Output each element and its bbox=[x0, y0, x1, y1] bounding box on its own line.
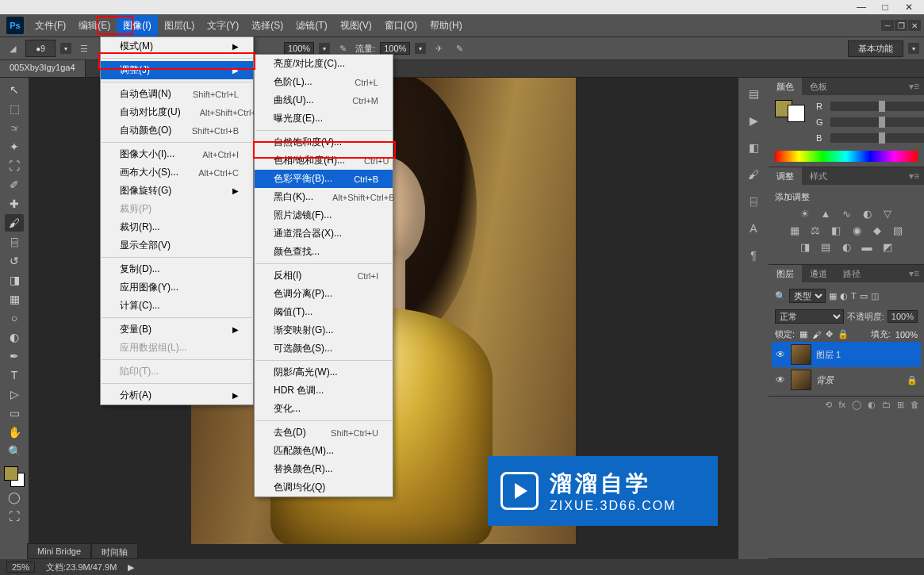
status-arrow-icon[interactable]: ▶ bbox=[128, 562, 134, 573]
adj-posterize-icon[interactable]: ▤ bbox=[819, 241, 833, 253]
menu-layer[interactable]: 图层(L) bbox=[158, 15, 201, 36]
airbrush-icon[interactable]: ✈ bbox=[431, 40, 447, 56]
mi-gradient-map[interactable]: 渐变映射(G)... bbox=[255, 321, 393, 339]
menu-edit[interactable]: 编辑(E) bbox=[72, 15, 117, 36]
adj-exposure-icon[interactable]: ◐ bbox=[860, 208, 874, 220]
panel-menu-icon[interactable]: ▾≡ bbox=[904, 265, 924, 282]
lasso-tool-icon[interactable]: ⟉ bbox=[5, 119, 24, 136]
filter-type-icon[interactable]: T bbox=[851, 291, 857, 301]
g-slider[interactable] bbox=[830, 117, 924, 127]
layers-tab[interactable]: 图层 bbox=[769, 265, 802, 282]
mi-equalize[interactable]: 色调均化(Q) bbox=[255, 478, 393, 496]
new-adjust-icon[interactable]: ◐ bbox=[868, 400, 876, 410]
mi-adjustments[interactable]: 调整(J)▶ bbox=[101, 61, 253, 79]
opacity-value[interactable]: 100% bbox=[284, 42, 314, 55]
adj-channel-icon[interactable]: ◆ bbox=[870, 224, 884, 236]
filter-shape-icon[interactable]: ▭ bbox=[860, 291, 868, 301]
workspace-dd-icon[interactable]: ▾ bbox=[908, 43, 919, 54]
dodge-tool-icon[interactable]: ◐ bbox=[5, 328, 24, 346]
mi-color-balance[interactable]: 色彩平衡(B)...Ctrl+B bbox=[255, 170, 393, 188]
hand-tool-icon[interactable]: ✋ bbox=[5, 424, 24, 441]
menu-select[interactable]: 选择(S) bbox=[245, 15, 289, 36]
brushes-panel-icon[interactable]: 🖌 bbox=[745, 167, 762, 182]
r-slider[interactable] bbox=[830, 102, 924, 111]
zoom-field[interactable]: 25% bbox=[6, 562, 35, 573]
mi-hdr[interactable]: HDR 色调... bbox=[255, 381, 393, 400]
pen-tool-icon[interactable]: ✒ bbox=[5, 347, 24, 365]
menu-type[interactable]: 文字(Y) bbox=[201, 15, 245, 36]
heal-tool-icon[interactable]: ✚ bbox=[5, 195, 24, 213]
filter-pixel-icon[interactable]: ▦ bbox=[829, 291, 837, 301]
layer-thumb[interactable] bbox=[791, 370, 811, 390]
menu-window[interactable]: 窗口(O) bbox=[378, 15, 424, 36]
marquee-tool-icon[interactable]: ⬚ bbox=[5, 100, 24, 117]
panel-menu-icon[interactable]: ▾≡ bbox=[904, 167, 924, 185]
properties-panel-icon[interactable]: ◧ bbox=[745, 140, 762, 155]
mi-curves[interactable]: 曲线(U)...Ctrl+M bbox=[255, 91, 393, 109]
mi-brightness[interactable]: 亮度/对比度(C)... bbox=[255, 55, 393, 73]
brush-panel-icon[interactable]: ☰ bbox=[76, 40, 92, 56]
tool-preset-icon[interactable]: ◢ bbox=[5, 40, 21, 56]
blur-tool-icon[interactable]: ○ bbox=[5, 309, 24, 327]
adj-gradmap-icon[interactable]: ▬ bbox=[860, 241, 874, 253]
mi-selective-color[interactable]: 可选颜色(S)... bbox=[255, 339, 393, 358]
adj-selective-icon[interactable]: ◩ bbox=[880, 241, 895, 253]
lock-pixel-icon[interactable]: 🖌 bbox=[812, 330, 821, 339]
history-brush-icon[interactable]: ↺ bbox=[5, 252, 24, 270]
mi-variables[interactable]: 变量(B)▶ bbox=[101, 320, 253, 339]
filter-icon[interactable]: 🔍 bbox=[775, 291, 786, 301]
move-tool-icon[interactable]: ↖ bbox=[5, 81, 24, 98]
layer-row[interactable]: 👁 背景 🔒 bbox=[772, 367, 921, 393]
mi-vibrance[interactable]: 自然饱和度(V)... bbox=[255, 133, 393, 151]
mi-replace-color[interactable]: 替换颜色(R)... bbox=[255, 460, 393, 478]
menu-help[interactable]: 帮助(H) bbox=[424, 15, 469, 36]
fill-field[interactable]: 100% bbox=[895, 330, 918, 339]
adj-bw-icon[interactable]: ◧ bbox=[829, 224, 843, 236]
mi-exposure[interactable]: 曝光度(E)... bbox=[255, 109, 393, 128]
workspace-switcher[interactable]: 基本功能 bbox=[848, 40, 903, 57]
crop-tool-icon[interactable]: ⛶ bbox=[5, 157, 24, 174]
doc-close-icon[interactable]: ✕ bbox=[908, 20, 921, 31]
mi-threshold[interactable]: 阈值(T)... bbox=[255, 303, 393, 321]
adj-photo-filter-icon[interactable]: ◉ bbox=[849, 224, 864, 236]
stamp-tool-icon[interactable]: ⌸ bbox=[5, 233, 24, 251]
mi-photo-filter[interactable]: 照片滤镜(F)... bbox=[255, 206, 393, 224]
visibility-icon[interactable]: 👁 bbox=[775, 349, 786, 360]
lock-trans-icon[interactable]: ▦ bbox=[799, 329, 807, 339]
shape-tool-icon[interactable]: ▭ bbox=[5, 404, 24, 422]
mi-calculations[interactable]: 计算(C)... bbox=[101, 297, 253, 315]
opacity-dd-icon[interactable]: ▾ bbox=[319, 43, 330, 54]
adj-vibrance-icon[interactable]: ▽ bbox=[880, 208, 895, 220]
adj-brightness-icon[interactable]: ☀ bbox=[798, 208, 812, 220]
mi-posterize[interactable]: 色调分离(P)... bbox=[255, 285, 393, 303]
mi-auto-contrast[interactable]: 自动对比度(U)Alt+Shift+Ctrl+L bbox=[101, 103, 253, 121]
lock-pos-icon[interactable]: ✥ bbox=[826, 329, 833, 339]
adj-threshold-icon[interactable]: ◐ bbox=[839, 241, 853, 253]
paths-tab[interactable]: 路径 bbox=[835, 265, 868, 282]
styles-tab[interactable]: 样式 bbox=[802, 167, 835, 185]
mi-apply-image[interactable]: 应用图像(Y)... bbox=[101, 278, 253, 297]
pressure-size-icon[interactable]: ✎ bbox=[451, 40, 467, 56]
screenmode-icon[interactable]: ⛶ bbox=[5, 508, 24, 525]
adj-invert-icon[interactable]: ◨ bbox=[798, 241, 812, 253]
gradient-tool-icon[interactable]: ▦ bbox=[5, 290, 24, 308]
mi-analysis[interactable]: 分析(A)▶ bbox=[101, 386, 253, 404]
mi-variations[interactable]: 变化... bbox=[255, 400, 393, 418]
menu-image[interactable]: 图像(I) bbox=[117, 15, 157, 36]
filter-smart-icon[interactable]: ◫ bbox=[871, 291, 879, 301]
mi-shadows[interactable]: 阴影/高光(W)... bbox=[255, 363, 393, 381]
blend-mode[interactable]: 正常 bbox=[775, 309, 844, 324]
filter-adj-icon[interactable]: ◐ bbox=[840, 291, 848, 301]
menu-view[interactable]: 视图(V) bbox=[334, 15, 378, 36]
adj-hue-icon[interactable]: ▦ bbox=[788, 224, 802, 236]
mi-trim[interactable]: 裁切(R)... bbox=[101, 218, 253, 236]
path-sel-icon[interactable]: ▷ bbox=[5, 385, 24, 403]
flow-value[interactable]: 100% bbox=[380, 42, 410, 55]
flow-dd-icon[interactable]: ▾ bbox=[415, 43, 426, 54]
mi-mode[interactable]: 模式(M)▶ bbox=[101, 37, 253, 56]
b-slider[interactable] bbox=[830, 133, 924, 143]
history-panel-icon[interactable]: ▤ bbox=[745, 86, 762, 102]
mi-canvas-size[interactable]: 画布大小(S)...Alt+Ctrl+C bbox=[101, 163, 253, 182]
layer-mask-icon[interactable]: ◯ bbox=[852, 400, 861, 410]
color-swatch[interactable] bbox=[4, 466, 25, 487]
